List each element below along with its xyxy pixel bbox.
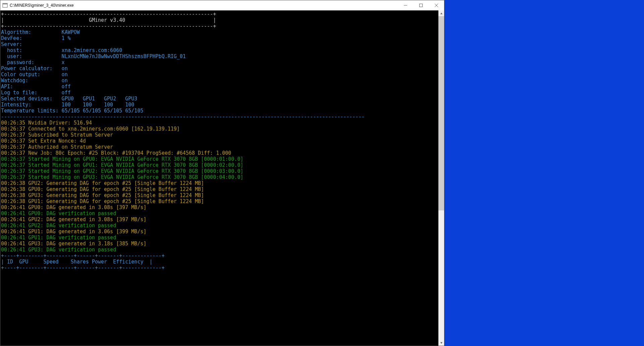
console-line: 00:26:38 GPU2: Generating DAG for epoch … [1, 180, 204, 186]
console-line: 00:26:35 Nvidia Driver: 516.94 [1, 120, 92, 126]
console-line: 00:26:38 GPU0: Generating DAG for epoch … [1, 186, 204, 192]
console-line: +----+--------+---------+------+-------+… [1, 265, 165, 271]
console-line: ----------------------------------------… [1, 114, 365, 120]
console-line: 00:26:37 Authorized on Stratum Server [1, 144, 113, 150]
console-window: C:\MINERS\gminer_3_40\miner.exe +-------… [0, 0, 444, 346]
console-line: 00:26:41 GPU2: DAG generated in 3.08s [3… [1, 216, 146, 223]
svg-rect-3 [420, 4, 423, 7]
scrollbar-down-arrow-icon[interactable] [438, 340, 444, 346]
console-line: 00:26:41 GPU1: DAG generated in 3.06s [3… [1, 229, 146, 235]
svg-rect-1 [3, 3, 7, 4]
console-line: 00:26:41 GPU0: DAG verification passed [1, 210, 116, 216]
console-line: 00:26:41 GPU1: DAG verification passed [1, 235, 116, 241]
console-line: 00:26:37 Started Mining on GPU0: EVGA NV… [1, 156, 243, 162]
console-line: 00:26:37 Started Mining on GPU1: EVGA NV… [1, 162, 243, 168]
console-line: Watchdog: on [1, 78, 68, 84]
vertical-scrollbar[interactable] [438, 10, 444, 346]
console-line: Power calculator: on [1, 65, 68, 71]
console-line: 00:26:37 Connected to xna.2miners.com:60… [1, 126, 180, 132]
console-line: 00:26:37 Subscribed to Stratum Server [1, 132, 113, 138]
console-line: 00:26:41 GPU3: DAG verification passed [1, 247, 116, 253]
titlebar[interactable]: C:\MINERS\gminer_3_40\miner.exe [0, 0, 444, 10]
scrollbar-up-arrow-icon[interactable] [438, 10, 444, 16]
maximize-button[interactable] [413, 0, 429, 10]
console-line: DevFee: 1 % [1, 35, 71, 41]
scrollbar-thumb[interactable] [438, 16, 444, 210]
console-line: API: off [1, 84, 71, 90]
console-line: 00:26:41 GPU2: DAG verification passed [1, 223, 116, 229]
console-line: password: x [1, 59, 65, 65]
console-line: 00:26:41 GPU3: DAG generated in 3.18s [3… [1, 241, 146, 247]
window-controls [398, 0, 444, 10]
console-line: Log to file: off [1, 90, 71, 96]
console-line: | GMiner v3.40 | [1, 17, 216, 23]
window-title: C:\MINERS\gminer_3_40\miner.exe [10, 3, 74, 8]
console-line: 00:26:37 New Job: 80c Epoch: #25 Block: … [1, 150, 231, 156]
console-line: +---------------------------------------… [1, 23, 216, 29]
app-icon [2, 3, 8, 8]
console-line: +----+--------+---------+------+-------+… [1, 253, 165, 259]
console-area: +---------------------------------------… [0, 10, 444, 346]
console-line: Color output: on [1, 71, 68, 78]
minimize-button[interactable] [398, 0, 413, 10]
console-line: 00:26:38 GPU3: Generating DAG for epoch … [1, 192, 204, 198]
console-line: Selected devices: GPU0 GPU1 GPU2 GPU3 [1, 96, 137, 102]
console-line: 00:26:37 Set Extra Nonce: 4d [1, 138, 86, 144]
console-output[interactable]: +---------------------------------------… [0, 10, 438, 346]
close-button[interactable] [429, 0, 444, 10]
scrollbar-track[interactable] [438, 16, 444, 340]
console-line: | ID GPU Speed Shares Power Efficiency | [1, 259, 153, 265]
console-line: Algorithm: KAWPOW [1, 29, 80, 35]
console-line: 00:26:37 Started Mining on GPU2: EVGA NV… [1, 168, 243, 174]
console-line: +---------------------------------------… [1, 11, 216, 17]
console-line: host: xna.2miners.com:6060 [1, 47, 122, 53]
console-line: Temperature limits: 65/105 65/105 65/105… [1, 108, 143, 114]
console-line: Intensity: 100 100 100 100 [1, 102, 134, 108]
console-line: Server: [1, 41, 22, 47]
console-line: user: NLxnUcMNe7nJ8wNwvDDTHShszmsBFPHPbQ… [1, 53, 186, 59]
console-line: 00:26:37 Started Mining on GPU3: EVGA NV… [1, 174, 243, 180]
console-line: 00:26:41 GPU0: DAG generated in 3.08s [3… [1, 204, 146, 210]
console-line: 00:26:38 GPU1: Generating DAG for epoch … [1, 198, 204, 204]
